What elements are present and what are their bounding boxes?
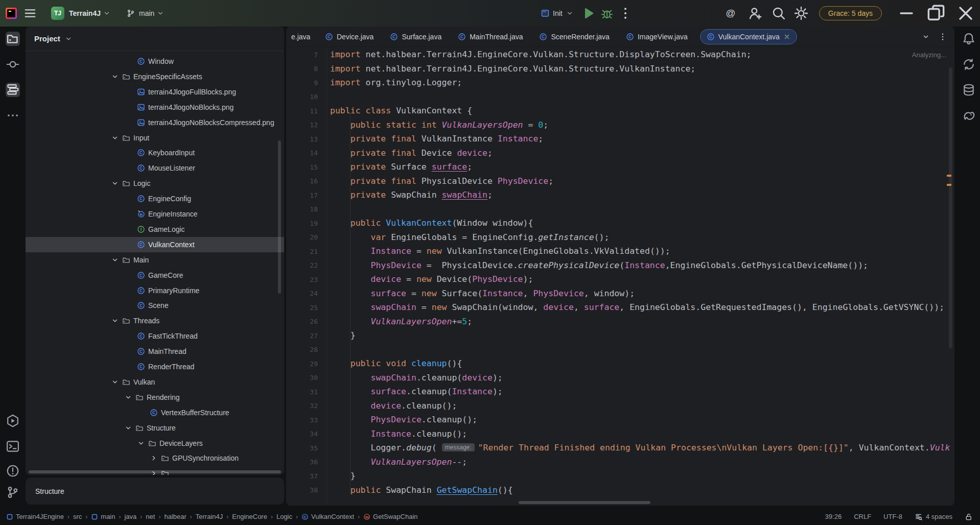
code-line-29[interactable]: 29 public void cleanup(){ [286,356,954,371]
code-line-33[interactable]: 33 PhysDevice.cleanup(); [286,413,954,427]
tree-item-Logic[interactable]: Logic [26,176,284,191]
close-tab-icon[interactable] [783,33,790,40]
project-name[interactable]: Terrain4J [69,9,101,17]
line-ending[interactable]: CRLF [854,513,871,520]
tool-rail-problems[interactable] [6,464,20,478]
project-badge[interactable]: TJ [51,7,64,20]
structure-tool-window-bar[interactable]: Structure [26,478,284,505]
run-button[interactable] [581,6,596,21]
tab-VulkanContext.java[interactable]: CVulkanContext.java [700,29,797,44]
tab-MainThread.java[interactable]: CMainThread.java [450,27,531,47]
chevron-down-icon[interactable] [124,424,132,432]
breadcrumb-Logic[interactable]: Logic [276,513,292,520]
run-config-name[interactable]: Init [553,9,563,17]
git-branch-icon[interactable] [126,9,135,18]
code-line-30[interactable]: 30 swapChain.cleanup(device); [286,371,954,385]
tool-rail-terminal[interactable] [6,439,20,454]
breadcrumb-EngineCore[interactable]: EngineCore [232,513,267,520]
chevron-down-icon[interactable] [111,378,119,386]
code-line-28[interactable]: 28 [286,343,954,357]
code-line-16[interactable]: 16 private final PhysicalDevice PhysDevi… [286,174,954,188]
tool-rail-notifications-bell[interactable] [962,32,976,46]
tree-horizontal-scrollbar[interactable] [29,470,281,473]
tool-rail-more-horizontal[interactable] [6,108,20,123]
breadcrumb-net[interactable]: net [146,513,155,520]
tree-item-GPUSynchronisation[interactable]: GPUSynchronisation [26,450,284,466]
chevron-down-icon[interactable] [111,256,119,264]
search-everywhere-icon[interactable] [771,6,786,21]
hamburger-menu-icon[interactable] [22,6,38,21]
indent-setting[interactable]: 4 spaces [915,513,952,521]
code-line-7[interactable]: 7import net.halbear.Terrain4J.EngineCore… [286,47,954,62]
code-line-12[interactable]: 12 public static int VulkanLayersOpen = … [286,118,954,132]
breadcrumb-src[interactable]: src [73,513,82,520]
ai-assistant-icon[interactable]: @ [723,6,738,21]
chevron-down-icon[interactable] [566,9,574,17]
tab-ImageView.java[interactable]: CImageView.java [618,27,696,47]
tree-item-GameLogic[interactable]: IGameLogic [26,222,284,237]
code-line-24[interactable]: 24 surface = new Surface(Instance, PhysD… [286,287,954,301]
code-line-19[interactable]: 19 public VulkanContext(Window window){ [286,216,954,230]
tree-item-EngineSpecificAssets[interactable]: EngineSpecificAssets [26,69,284,84]
tab-Device.java[interactable]: CDevice.java [317,27,382,47]
unlock-icon[interactable] [965,513,973,521]
code-line-38[interactable]: 38 public SwapChain GetSwapChain(){ [286,483,954,497]
tree-item-MouseListener[interactable]: CMouseListener [26,160,284,176]
tree-item-Rendering[interactable]: Rendering [26,390,284,405]
tree-item-terrain4JlogoFullBlocks.png[interactable]: terrain4JlogoFullBlocks.png [26,84,284,100]
breadcrumb-main[interactable]: main [91,513,115,520]
code-line-35[interactable]: 35 Logger.debug( message:"Render Thread … [286,441,954,455]
code-line-31[interactable]: 31 surface.cleanup(Instance); [286,385,954,399]
code-line-14[interactable]: 14 private final Device device; [286,146,954,160]
code-area[interactable]: 7import net.halbear.Terrain4J.EngineCore… [286,47,954,506]
chevron-down-icon[interactable] [111,134,119,142]
window-restore-button[interactable] [925,3,947,23]
tree-item-GameCore[interactable]: CGameCore [26,268,284,283]
code-with-me-icon[interactable] [748,6,763,21]
tool-rail-git-branch[interactable] [6,485,20,499]
tree-item-DeviceLayers[interactable]: DeviceLayers [26,436,284,451]
tree-item-Input[interactable]: Input [26,130,284,146]
tree-item-Vulkan[interactable]: Vulkan [26,374,284,390]
tab-list-chevron-icon[interactable] [922,33,930,41]
tree-item-Window[interactable]: CWindow [26,54,284,69]
tool-rail-commit[interactable] [6,57,20,71]
breadcrumb-VulkanContext[interactable]: CVulkanContext [301,513,354,520]
chevron-down-icon[interactable] [156,9,165,17]
tool-rail-ai-sync[interactable] [962,57,976,71]
code-line-21[interactable]: 21 Instance = new VulkanInstance(EngineG… [286,244,954,258]
settings-gear-icon[interactable] [794,6,809,21]
tree-item-Structure[interactable]: Structure [26,420,284,436]
chevron-right-icon[interactable] [150,454,158,462]
chevron-down-icon[interactable] [111,179,119,187]
tree-item-VulkanContext[interactable]: CVulkanContext [26,237,284,252]
file-encoding[interactable]: UTF-8 [883,513,902,520]
code-line-34[interactable]: 34 Instance.cleanup(); [286,427,954,441]
code-line-36[interactable]: 36 VulkanLayersOpen--; [286,455,954,469]
tab-SceneRender.java[interactable]: CSceneRender.java [531,27,617,47]
code-line-32[interactable]: 32 device.cleanup(); [286,399,954,413]
license-badge[interactable]: Grace: 5 days [819,6,882,20]
code-line-26[interactable]: 26 VulkanLayersOpen+=5; [286,315,954,329]
breadcrumb-Terrain4J[interactable]: Terrain4J [196,513,223,520]
tree-item-PrimaryRuntime[interactable]: CPrimaryRuntime [26,283,284,298]
code-line-37[interactable]: 37 } [286,469,954,483]
branch-name[interactable]: main [139,9,154,17]
chevron-down-icon[interactable] [124,393,132,401]
code-line-18[interactable]: 18 [286,202,954,217]
tree-item-terrain4JlogoNoBlocks.png[interactable]: terrain4JlogoNoBlocks.png [26,100,284,115]
tree-item-Scene[interactable]: CScene [26,298,284,313]
tool-rail-structure-tool[interactable] [6,83,20,97]
tool-rail-project-folder[interactable] [6,32,20,46]
tree-item-EngineConfig[interactable]: CEngineConfig [26,191,284,206]
more-run-options-icon[interactable] [618,6,633,21]
window-minimize-button[interactable] [895,3,918,23]
breadcrumb-Terrain4JEngine[interactable]: Terrain4JEngine [6,513,64,520]
tree-item-MainThread[interactable]: CMainThread [26,344,284,359]
tree-item-Threads[interactable]: Threads [26,313,284,328]
code-line-13[interactable]: 13 private final VulkanInstance Instance… [286,132,954,146]
tool-rail-database[interactable] [962,83,976,97]
tree-item-KeyboardInput[interactable]: CKeyboardInput [26,145,284,160]
tree-item-FastTickThread[interactable]: CFastTickThread [26,328,284,344]
code-line-20[interactable]: 20 var EngineGlobals = EngineConfig.getI… [286,230,954,245]
